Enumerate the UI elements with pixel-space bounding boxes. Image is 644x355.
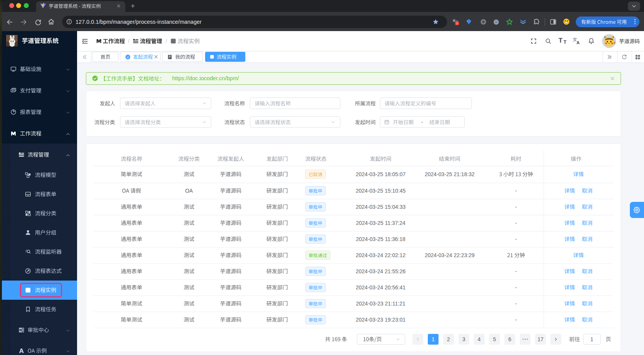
svg-text:7: 7 <box>456 22 458 25</box>
